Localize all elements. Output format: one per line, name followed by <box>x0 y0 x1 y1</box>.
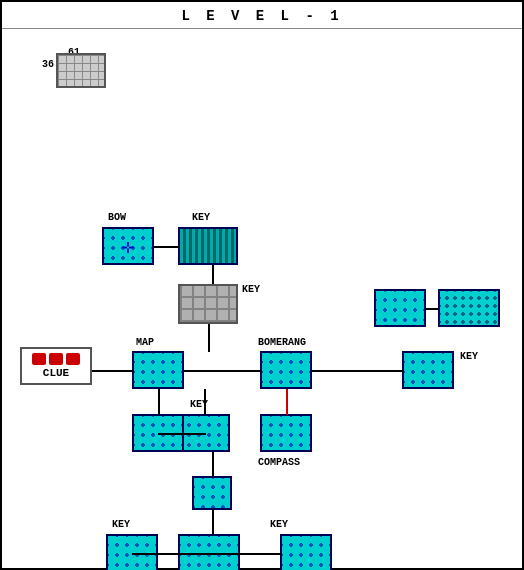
line-center-bottom <box>212 510 214 535</box>
clue-box: CLUE <box>20 347 92 385</box>
bottom-key-left-label: KEY <box>112 519 130 530</box>
key-right-node <box>402 351 454 389</box>
maze-node <box>178 284 238 324</box>
bow-node: ✛ <box>102 227 154 265</box>
maze-key-label: KEY <box>242 284 260 295</box>
line-boom-below-red <box>286 389 288 415</box>
boom-node <box>260 351 312 389</box>
clue-icons <box>32 353 80 365</box>
key1-label: KEY <box>192 212 210 223</box>
center-node <box>192 476 232 510</box>
bottom-key-left <box>106 534 158 570</box>
clue-icon-1 <box>32 353 46 365</box>
maze-pattern <box>180 286 236 322</box>
bow-crosshair: ✛ <box>122 234 134 259</box>
clue-icon-3 <box>66 353 80 365</box>
line-bow-key1 <box>154 246 180 248</box>
map-node <box>132 351 184 389</box>
line-maze-map <box>208 324 210 352</box>
rn2-dots <box>440 291 498 325</box>
title-text: L E V E L - 1 <box>181 8 342 24</box>
grid-box: 61 36 <box>30 39 90 84</box>
boom-dots <box>262 353 310 387</box>
line-clue-map <box>92 370 134 372</box>
rn1-dots <box>376 291 424 325</box>
key-right-dots <box>404 353 452 387</box>
main-window: L E V E L - 1 61 36 BOW ✛ KEY KEY <box>0 0 524 570</box>
boom-label: BOMERANG <box>258 337 306 348</box>
grid-inner <box>56 53 106 88</box>
bottom-key-label: KEY <box>270 519 288 530</box>
content-area: 61 36 BOW ✛ KEY KEY <box>2 29 522 563</box>
title-bar: L E V E L - 1 <box>2 2 522 29</box>
boom-below-dots <box>262 416 310 450</box>
map-dots <box>134 353 182 387</box>
center-dots <box>194 478 230 508</box>
bottom-right-node <box>280 534 332 570</box>
line-boom-keyright <box>312 370 404 372</box>
map-label: MAP <box>136 337 154 348</box>
bow-label: BOW <box>108 212 126 223</box>
line-br-h <box>240 553 282 555</box>
right-node-1 <box>374 289 426 327</box>
key-right-label: KEY <box>460 351 478 362</box>
boom-below-node <box>260 414 312 452</box>
line-key2-below <box>204 389 206 415</box>
br-dots <box>282 536 330 570</box>
grid-label-left: 36 <box>42 59 54 70</box>
line-map-below <box>158 389 160 415</box>
key1-pattern <box>180 229 236 263</box>
clue-icon-2 <box>49 353 63 365</box>
bottom-mid-node <box>178 534 240 570</box>
clue-text: CLUE <box>43 367 69 379</box>
line-map-boom <box>184 370 262 372</box>
line-bkl-h <box>132 553 160 555</box>
right-node-2 <box>438 289 500 327</box>
compass-label: COMPASS <box>258 457 300 468</box>
line-key2-center <box>212 452 214 477</box>
line-mb-key2 <box>158 433 206 435</box>
key-node-1 <box>178 227 238 265</box>
